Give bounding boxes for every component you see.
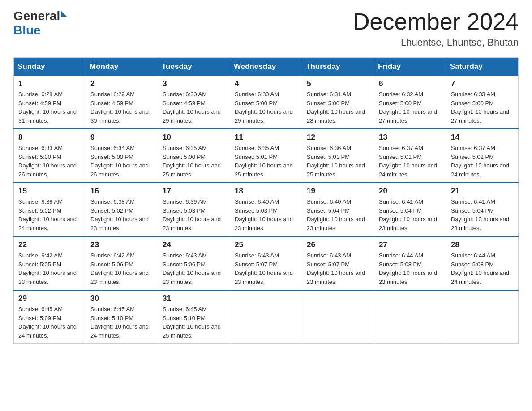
day-number: 14 (451, 133, 514, 142)
calendar-day-cell: 6 Sunrise: 6:32 AM Sunset: 5:00 PM Dayli… (374, 76, 446, 129)
day-of-week-header: Monday (86, 58, 158, 76)
calendar-day-cell: 17 Sunrise: 6:39 AM Sunset: 5:03 PM Dayl… (158, 183, 230, 236)
calendar-day-cell: 4 Sunrise: 6:30 AM Sunset: 5:00 PM Dayli… (230, 76, 302, 129)
day-info: Sunrise: 6:40 AM Sunset: 5:04 PM Dayligh… (307, 197, 369, 232)
day-number: 18 (235, 187, 297, 196)
calendar-day-cell: 31 Sunrise: 6:45 AM Sunset: 5:10 PM Dayl… (158, 290, 230, 344)
day-number: 5 (307, 79, 369, 88)
day-info: Sunrise: 6:35 AM Sunset: 5:01 PM Dayligh… (235, 144, 297, 179)
day-info: Sunrise: 6:31 AM Sunset: 5:00 PM Dayligh… (307, 90, 369, 125)
logo-triangle-icon (61, 11, 67, 17)
day-of-week-header: Wednesday (230, 58, 302, 76)
logo-text-blue: Blue (13, 23, 41, 38)
day-info: Sunrise: 6:38 AM Sunset: 5:02 PM Dayligh… (90, 197, 153, 232)
day-info: Sunrise: 6:32 AM Sunset: 5:00 PM Dayligh… (379, 90, 442, 125)
day-info: Sunrise: 6:39 AM Sunset: 5:03 PM Dayligh… (163, 197, 225, 232)
day-info: Sunrise: 6:45 AM Sunset: 5:10 PM Dayligh… (163, 305, 225, 340)
day-number: 26 (307, 240, 369, 249)
day-number: 27 (379, 240, 442, 249)
calendar-week-row: 1 Sunrise: 6:28 AM Sunset: 4:59 PM Dayli… (14, 76, 519, 129)
day-of-week-header: Tuesday (158, 58, 230, 76)
day-number: 13 (379, 133, 442, 142)
day-number: 9 (90, 133, 153, 142)
calendar-day-cell: 26 Sunrise: 6:43 AM Sunset: 5:07 PM Dayl… (302, 236, 374, 290)
day-of-week-header: Saturday (446, 58, 519, 76)
day-number: 4 (235, 79, 297, 88)
calendar-day-cell (374, 290, 446, 344)
day-info: Sunrise: 6:43 AM Sunset: 5:07 PM Dayligh… (235, 251, 297, 286)
calendar-day-cell: 2 Sunrise: 6:29 AM Sunset: 4:59 PM Dayli… (86, 76, 158, 129)
day-number: 11 (235, 133, 297, 142)
calendar-day-cell: 8 Sunrise: 6:33 AM Sunset: 5:00 PM Dayli… (14, 129, 86, 183)
day-number: 16 (90, 187, 153, 196)
calendar-title-area: December 2024 Lhuentse, Lhuntse, Bhutan (353, 9, 519, 48)
day-info: Sunrise: 6:37 AM Sunset: 5:01 PM Dayligh… (379, 144, 442, 179)
day-info: Sunrise: 6:45 AM Sunset: 5:09 PM Dayligh… (18, 305, 81, 340)
day-number: 22 (18, 240, 81, 249)
calendar-day-cell: 1 Sunrise: 6:28 AM Sunset: 4:59 PM Dayli… (14, 76, 86, 129)
calendar-day-cell: 24 Sunrise: 6:43 AM Sunset: 5:06 PM Dayl… (158, 236, 230, 290)
calendar-day-cell: 3 Sunrise: 6:30 AM Sunset: 4:59 PM Dayli… (158, 76, 230, 129)
day-info: Sunrise: 6:41 AM Sunset: 5:04 PM Dayligh… (451, 197, 514, 232)
day-info: Sunrise: 6:34 AM Sunset: 5:00 PM Dayligh… (90, 144, 153, 179)
day-number: 29 (18, 294, 81, 303)
day-info: Sunrise: 6:38 AM Sunset: 5:02 PM Dayligh… (18, 197, 81, 232)
day-info: Sunrise: 6:41 AM Sunset: 5:04 PM Dayligh… (379, 197, 442, 232)
calendar-header-row: SundayMondayTuesdayWednesdayThursdayFrid… (14, 58, 519, 76)
day-of-week-header: Thursday (302, 58, 374, 76)
day-info: Sunrise: 6:33 AM Sunset: 5:00 PM Dayligh… (18, 144, 81, 179)
day-info: Sunrise: 6:42 AM Sunset: 5:06 PM Dayligh… (90, 251, 153, 286)
day-info: Sunrise: 6:30 AM Sunset: 5:00 PM Dayligh… (235, 90, 297, 125)
calendar-day-cell: 22 Sunrise: 6:42 AM Sunset: 5:05 PM Dayl… (14, 236, 86, 290)
calendar-day-cell: 27 Sunrise: 6:44 AM Sunset: 5:08 PM Dayl… (374, 236, 446, 290)
day-info: Sunrise: 6:44 AM Sunset: 5:08 PM Dayligh… (451, 251, 514, 286)
day-info: Sunrise: 6:42 AM Sunset: 5:05 PM Dayligh… (18, 251, 81, 286)
day-info: Sunrise: 6:35 AM Sunset: 5:00 PM Dayligh… (163, 144, 225, 179)
calendar-day-cell: 30 Sunrise: 6:45 AM Sunset: 5:10 PM Dayl… (86, 290, 158, 344)
calendar-day-cell: 25 Sunrise: 6:43 AM Sunset: 5:07 PM Dayl… (230, 236, 302, 290)
day-info: Sunrise: 6:28 AM Sunset: 4:59 PM Dayligh… (18, 90, 81, 125)
day-number: 20 (379, 187, 442, 196)
calendar-day-cell: 14 Sunrise: 6:37 AM Sunset: 5:02 PM Dayl… (446, 129, 519, 183)
day-number: 21 (451, 187, 514, 196)
calendar-title: December 2024 (353, 9, 519, 34)
day-info: Sunrise: 6:36 AM Sunset: 5:01 PM Dayligh… (307, 144, 369, 179)
calendar-day-cell: 9 Sunrise: 6:34 AM Sunset: 5:00 PM Dayli… (86, 129, 158, 183)
calendar-week-row: 22 Sunrise: 6:42 AM Sunset: 5:05 PM Dayl… (14, 236, 519, 290)
page-header: General Blue December 2024 Lhuentse, Lhu… (13, 9, 519, 48)
day-number: 10 (163, 133, 225, 142)
day-number: 7 (451, 79, 514, 88)
calendar-day-cell: 13 Sunrise: 6:37 AM Sunset: 5:01 PM Dayl… (374, 129, 446, 183)
logo-text-general: General (13, 9, 60, 23)
calendar-day-cell: 7 Sunrise: 6:33 AM Sunset: 5:00 PM Dayli… (446, 76, 519, 129)
day-number: 24 (163, 240, 225, 249)
calendar-day-cell: 29 Sunrise: 6:45 AM Sunset: 5:09 PM Dayl… (14, 290, 86, 344)
calendar-day-cell: 12 Sunrise: 6:36 AM Sunset: 5:01 PM Dayl… (302, 129, 374, 183)
day-info: Sunrise: 6:45 AM Sunset: 5:10 PM Dayligh… (90, 305, 153, 340)
day-number: 15 (18, 187, 81, 196)
day-info: Sunrise: 6:43 AM Sunset: 5:07 PM Dayligh… (307, 251, 369, 286)
day-info: Sunrise: 6:37 AM Sunset: 5:02 PM Dayligh… (451, 144, 514, 179)
calendar-day-cell: 11 Sunrise: 6:35 AM Sunset: 5:01 PM Dayl… (230, 129, 302, 183)
calendar-day-cell: 20 Sunrise: 6:41 AM Sunset: 5:04 PM Dayl… (374, 183, 446, 236)
day-of-week-header: Friday (374, 58, 446, 76)
calendar-day-cell: 19 Sunrise: 6:40 AM Sunset: 5:04 PM Dayl… (302, 183, 374, 236)
day-number: 17 (163, 187, 225, 196)
calendar-day-cell (230, 290, 302, 344)
day-number: 23 (90, 240, 153, 249)
day-number: 3 (163, 79, 225, 88)
day-info: Sunrise: 6:29 AM Sunset: 4:59 PM Dayligh… (90, 90, 153, 125)
logo: General Blue (13, 9, 67, 38)
day-number: 2 (90, 79, 153, 88)
calendar-week-row: 8 Sunrise: 6:33 AM Sunset: 5:00 PM Dayli… (14, 129, 519, 183)
day-number: 19 (307, 187, 369, 196)
day-number: 6 (379, 79, 442, 88)
day-number: 30 (90, 294, 153, 303)
calendar-day-cell: 21 Sunrise: 6:41 AM Sunset: 5:04 PM Dayl… (446, 183, 519, 236)
day-number: 1 (18, 79, 81, 88)
calendar-subtitle: Lhuentse, Lhuntse, Bhutan (353, 37, 519, 48)
calendar-day-cell: 16 Sunrise: 6:38 AM Sunset: 5:02 PM Dayl… (86, 183, 158, 236)
day-number: 28 (451, 240, 514, 249)
calendar-table: SundayMondayTuesdayWednesdayThursdayFrid… (13, 57, 519, 344)
day-number: 25 (235, 240, 297, 249)
